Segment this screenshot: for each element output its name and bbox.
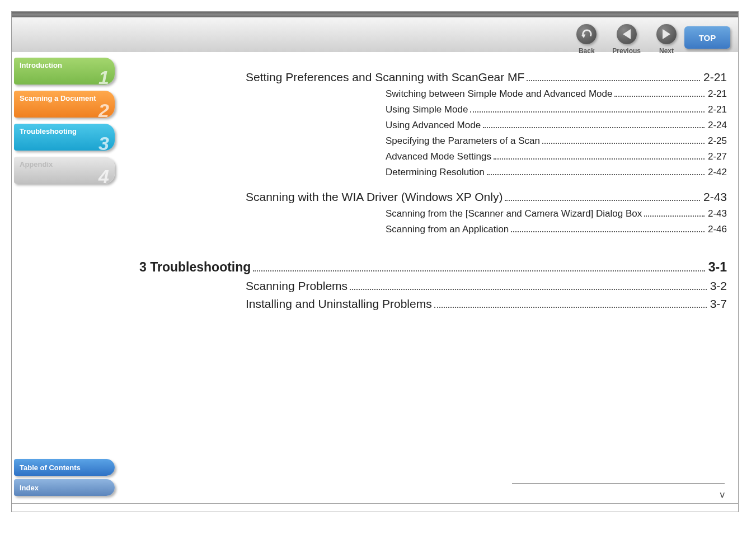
toc-leader-dots bbox=[487, 174, 705, 175]
next-button[interactable]: Next bbox=[656, 24, 677, 55]
toc-entry: Advanced Mode Settings 2-27 bbox=[139, 151, 727, 162]
sidebar-tab-scanning[interactable]: Scanning a Document 2 bbox=[14, 91, 115, 118]
toc-entry-title[interactable]: Scanning Problems bbox=[246, 279, 348, 293]
toc-entry-title[interactable]: Setting Preferences and Scanning with Sc… bbox=[246, 71, 524, 84]
toc-leader-dots bbox=[350, 289, 707, 290]
toc-entry: Scanning Problems 3-2 bbox=[139, 279, 727, 293]
toc-entry-page[interactable]: 2-25 bbox=[708, 135, 727, 147]
top-button[interactable]: TOP bbox=[684, 26, 730, 49]
toc-entry-page[interactable]: 2-43 bbox=[703, 190, 727, 204]
toc-entry-title[interactable]: Switching between Simple Mode and Advanc… bbox=[386, 88, 612, 100]
toc-entry-page[interactable]: 3-2 bbox=[710, 279, 727, 293]
toc-leader-dots bbox=[511, 231, 705, 232]
sidebar: Introduction 1 Scanning a Document 2 Tro… bbox=[12, 58, 121, 190]
toc-entry: Switching between Simple Mode and Advanc… bbox=[139, 88, 727, 100]
index-button[interactable]: Index bbox=[14, 479, 115, 496]
toc-entry-page[interactable]: 2-46 bbox=[708, 224, 727, 235]
toc-entry-title[interactable]: Using Advanced Mode bbox=[386, 120, 481, 131]
back-label: Back bbox=[579, 47, 595, 55]
toc-entry: Installing and Uninstalling Problems 3-7 bbox=[139, 297, 727, 311]
page-frame: Back Previous Next TOP Introduction 1 Sc… bbox=[11, 11, 739, 512]
toc-entry-title[interactable]: 3 Troubleshooting bbox=[139, 260, 251, 275]
bottom-tabs: Table of Contents Index bbox=[14, 459, 118, 499]
toc-label: Table of Contents bbox=[20, 463, 81, 472]
sidebar-tab-introduction[interactable]: Introduction 1 bbox=[14, 58, 115, 85]
previous-label: Previous bbox=[612, 47, 641, 55]
sidebar-tab-number: 4 bbox=[98, 167, 109, 186]
toc-entry-page[interactable]: 3-7 bbox=[710, 297, 727, 311]
footer-rule-full bbox=[12, 503, 738, 504]
header-strip: Back Previous Next TOP bbox=[12, 17, 738, 52]
nav-button-group: Back Previous Next bbox=[576, 24, 677, 55]
toc-entry-title[interactable]: Scanning from the [Scanner and Camera Wi… bbox=[386, 208, 642, 219]
toc-entry-page[interactable]: 2-27 bbox=[708, 151, 727, 162]
toc-entry: Setting Preferences and Scanning with Sc… bbox=[139, 71, 727, 84]
toc-entry: 3 Troubleshooting 3-1 bbox=[139, 260, 727, 275]
toc-leader-dots bbox=[527, 80, 700, 81]
toc-entry-page[interactable]: 2-21 bbox=[708, 104, 727, 115]
toc-entry: Using Simple Mode 2-21 bbox=[139, 104, 727, 115]
sidebar-tab-number: 2 bbox=[98, 101, 109, 120]
sidebar-tab-appendix[interactable]: Appendix 4 bbox=[14, 157, 115, 184]
toc-leader-dots bbox=[494, 158, 705, 160]
toc-content: Setting Preferences and Scanning with Sc… bbox=[139, 71, 727, 323]
table-of-contents-button[interactable]: Table of Contents bbox=[14, 459, 115, 476]
svg-marker-0 bbox=[581, 34, 585, 38]
toc-entry-title[interactable]: Scanning from an Application bbox=[386, 224, 509, 235]
next-label: Next bbox=[659, 47, 674, 55]
back-arc-icon bbox=[576, 24, 597, 44]
toc-leader-dots bbox=[483, 127, 705, 128]
back-button[interactable]: Back bbox=[576, 24, 597, 55]
toc-entry-title[interactable]: Advanced Mode Settings bbox=[386, 151, 491, 162]
toc-leader-dots bbox=[470, 111, 705, 113]
decorative-top-bar bbox=[12, 12, 738, 17]
toc-entry: Scanning with the WIA Driver (Windows XP… bbox=[139, 190, 727, 204]
toc-leader-dots bbox=[542, 143, 705, 144]
toc-leader-dots bbox=[614, 96, 705, 97]
page-number: v bbox=[720, 489, 725, 500]
toc-entry-page[interactable]: 2-21 bbox=[708, 88, 727, 100]
triangle-left-icon bbox=[617, 24, 637, 44]
sidebar-tab-troubleshooting[interactable]: Troubleshooting 3 bbox=[14, 124, 115, 151]
toc-entry-page[interactable]: 2-24 bbox=[708, 120, 727, 131]
toc-leader-dots bbox=[434, 307, 707, 308]
toc-entry-page[interactable]: 2-43 bbox=[708, 208, 727, 219]
toc-entry-title[interactable]: Scanning with the WIA Driver (Windows XP… bbox=[246, 190, 503, 204]
toc-entry: Specifying the Parameters of a Scan 2-25 bbox=[139, 135, 727, 147]
sidebar-tab-label: Introduction bbox=[20, 61, 62, 69]
toc-leader-dots bbox=[644, 216, 705, 217]
footer-rule bbox=[512, 483, 725, 484]
toc-entry-title[interactable]: Using Simple Mode bbox=[386, 104, 468, 115]
toc-entry: Using Advanced Mode 2-24 bbox=[139, 120, 727, 131]
index-label: Index bbox=[20, 484, 39, 492]
toc-entry: Scanning from the [Scanner and Camera Wi… bbox=[139, 208, 727, 219]
toc-entry-page[interactable]: 2-21 bbox=[703, 71, 727, 84]
toc-entry-title[interactable]: Installing and Uninstalling Problems bbox=[246, 297, 432, 311]
sidebar-tab-label: Troubleshooting bbox=[20, 127, 77, 135]
top-label: TOP bbox=[699, 33, 716, 43]
toc-entry-page[interactable]: 3-1 bbox=[708, 260, 727, 275]
previous-button[interactable]: Previous bbox=[612, 24, 641, 55]
sidebar-tab-number: 1 bbox=[98, 68, 109, 87]
toc-entry-title[interactable]: Specifying the Parameters of a Scan bbox=[386, 135, 540, 147]
sidebar-tab-label: Appendix bbox=[20, 160, 53, 168]
sidebar-tab-label: Scanning a Document bbox=[20, 94, 96, 103]
triangle-right-icon bbox=[656, 24, 677, 44]
toc-entry-title[interactable]: Determining Resolution bbox=[386, 167, 485, 178]
toc-entry: Determining Resolution 2-42 bbox=[139, 167, 727, 178]
toc-entry: Scanning from an Application 2-46 bbox=[139, 224, 727, 235]
toc-leader-dots bbox=[253, 270, 705, 271]
sidebar-tab-number: 3 bbox=[98, 134, 109, 153]
toc-leader-dots bbox=[505, 200, 700, 201]
toc-entry-page[interactable]: 2-42 bbox=[708, 167, 727, 178]
